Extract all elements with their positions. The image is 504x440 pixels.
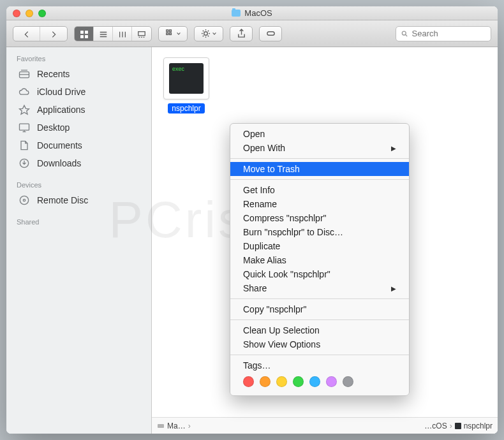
svg-rect-13 [20, 124, 29, 130]
svg-rect-10 [267, 32, 274, 36]
path-crumb[interactable]: Ma… [157, 422, 186, 430]
sidebar-item-recents[interactable]: Recents [6, 65, 151, 83]
svg-point-11 [402, 31, 406, 35]
tag-color-row [230, 372, 409, 392]
menu-separator [230, 179, 409, 180]
submenu-arrow-icon: ▶ [391, 285, 396, 292]
search-field[interactable] [396, 26, 491, 41]
window-title-text: MacOS [244, 8, 272, 18]
tag-orange[interactable] [260, 376, 271, 387]
tag-yellow[interactable] [276, 376, 287, 387]
toolbar [6, 20, 498, 47]
minimize-window-button[interactable] [26, 10, 33, 17]
file-item[interactable]: exec nspchlpr [161, 57, 212, 114]
menu-separator [230, 158, 409, 159]
back-button[interactable] [13, 27, 40, 41]
svg-point-15 [20, 196, 28, 204]
window-title: MacOS [232, 8, 272, 18]
svg-rect-17 [158, 424, 164, 428]
menu-item-open-with[interactable]: Open With▶ [230, 141, 409, 155]
menu-item-clean-up[interactable]: Clean Up Selection [230, 323, 409, 337]
menu-item-copy[interactable]: Copy "nspchlpr" [230, 302, 409, 316]
submenu-arrow-icon: ▶ [391, 145, 396, 152]
sidebar-item-icloud[interactable]: iCloud Drive [6, 83, 151, 101]
tag-purple[interactable] [326, 376, 337, 387]
menu-item-open[interactable]: Open [230, 127, 409, 141]
menu-item-duplicate[interactable]: Duplicate [230, 239, 409, 253]
svg-rect-4 [138, 31, 145, 35]
tags-button[interactable] [259, 26, 282, 41]
sidebar-section-shared: Shared [6, 214, 151, 228]
svg-point-16 [23, 199, 25, 201]
menu-separator [230, 319, 409, 320]
svg-rect-6 [166, 33, 168, 35]
svg-rect-7 [169, 30, 171, 32]
svg-rect-3 [85, 35, 87, 38]
sidebar-item-desktop[interactable]: Desktop [6, 119, 151, 136]
file-name-label[interactable]: nspchlpr [168, 103, 204, 114]
menu-separator [230, 355, 409, 355]
menu-item-burn[interactable]: Burn "nspchlpr" to Disc… [230, 225, 409, 239]
menu-item-rename[interactable]: Rename [230, 197, 409, 211]
column-view-button[interactable] [113, 27, 132, 41]
forward-button[interactable] [40, 27, 67, 41]
tag-blue[interactable] [309, 376, 320, 387]
exec-mini-icon [455, 423, 461, 429]
svg-rect-8 [169, 33, 171, 35]
sidebar-section-favorites: Favorites [6, 51, 151, 65]
list-view-button[interactable] [94, 27, 113, 41]
svg-rect-5 [166, 30, 168, 32]
menu-item-tags[interactable]: Tags… [230, 358, 409, 372]
action-button[interactable] [194, 26, 223, 41]
tag-red[interactable] [243, 376, 254, 387]
menu-item-share[interactable]: Share▶ [230, 281, 409, 295]
terminal-icon: exec [169, 63, 204, 94]
sidebar-item-applications[interactable]: Applications [6, 101, 151, 119]
drive-icon [157, 422, 165, 430]
menu-separator [230, 298, 409, 299]
finder-window: PCrisk.com MacOS [6, 6, 498, 434]
exec-file-icon: exec [163, 57, 209, 99]
window-controls [13, 10, 46, 17]
search-input[interactable] [412, 29, 486, 38]
sidebar-item-downloads[interactable]: Downloads [6, 154, 151, 172]
sidebar-item-documents[interactable]: Documents [6, 136, 151, 154]
zoom-window-button[interactable] [38, 10, 46, 17]
path-bar[interactable]: Ma… › …cOS › nspchlpr [152, 417, 498, 434]
arrange-button[interactable] [158, 26, 188, 41]
path-crumb[interactable]: …cOS [424, 422, 447, 430]
folder-icon [232, 10, 241, 17]
view-switcher [74, 26, 152, 41]
gallery-view-button[interactable] [132, 27, 151, 41]
svg-rect-0 [80, 31, 83, 33]
sidebar-section-devices: Devices [6, 177, 151, 191]
icon-view-button[interactable] [75, 27, 94, 41]
menu-item-view-options[interactable]: Show View Options [230, 337, 409, 351]
menu-item-compress[interactable]: Compress "nspchlpr" [230, 211, 409, 225]
titlebar[interactable]: MacOS [6, 6, 498, 20]
close-window-button[interactable] [13, 10, 20, 17]
svg-point-9 [204, 32, 207, 36]
tag-gray[interactable] [343, 376, 353, 387]
menu-item-move-to-trash[interactable]: Move to Trash [230, 162, 409, 176]
search-icon [401, 30, 408, 38]
sidebar: Favorites Recents iCloud Drive Applicati… [6, 47, 152, 434]
svg-rect-1 [85, 31, 87, 33]
share-button[interactable] [230, 26, 253, 41]
menu-item-get-info[interactable]: Get Info [230, 183, 409, 197]
path-crumb-file[interactable]: nspchlpr [455, 422, 493, 430]
svg-rect-2 [80, 35, 83, 38]
nav-buttons [13, 26, 68, 41]
menu-item-make-alias[interactable]: Make Alias [230, 253, 409, 267]
menu-item-quick-look[interactable]: Quick Look "nspchlpr" [230, 267, 409, 281]
tag-green[interactable] [293, 376, 304, 387]
context-menu: Open Open With▶ Move to Trash Get Info R… [230, 123, 410, 396]
sidebar-item-remote-disc[interactable]: Remote Disc [6, 191, 151, 209]
